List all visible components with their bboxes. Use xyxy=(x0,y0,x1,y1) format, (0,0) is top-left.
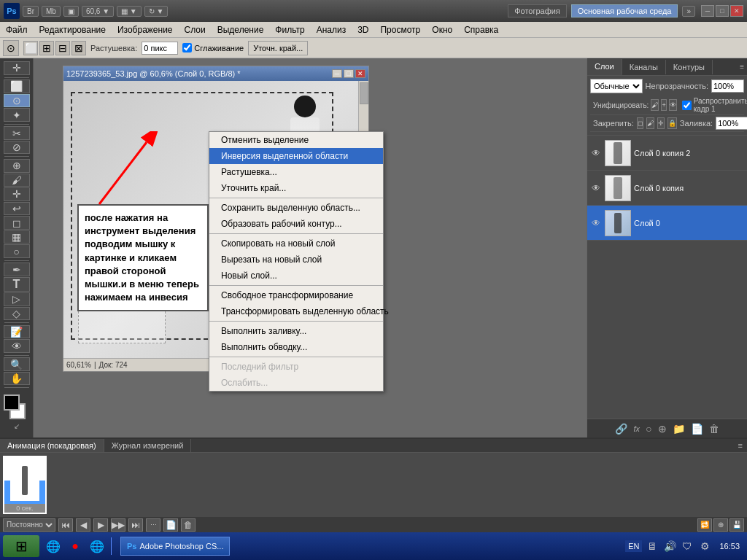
gradient-tool[interactable]: ▦ xyxy=(4,230,30,244)
adj-icon[interactable]: ⊕ xyxy=(658,423,667,435)
maximize-btn[interactable]: □ xyxy=(716,5,729,17)
panel-menu-arrow[interactable]: ≡ xyxy=(737,63,747,71)
shape-tool[interactable]: ◇ xyxy=(4,307,30,321)
delete-layer-icon[interactable]: 🗑 xyxy=(709,423,719,435)
menu-layers[interactable]: Слои xyxy=(179,23,212,36)
lock-position-icon[interactable]: ✛ xyxy=(657,117,665,129)
ctx-save-selection[interactable]: Сохранить выделенную область... xyxy=(209,200,383,216)
menu-edit[interactable]: Редактирование xyxy=(34,23,112,36)
clone-tool[interactable]: ✛ xyxy=(4,187,30,201)
quick-ie-btn[interactable]: 🌐 xyxy=(44,537,63,556)
menu-select[interactable]: Выделение xyxy=(212,23,270,36)
last-frame-btn[interactable]: ⏭ xyxy=(128,518,143,532)
tab-animation[interactable]: Анимация (покадровая) xyxy=(0,439,104,452)
prev-frame-btn[interactable]: ◀ xyxy=(76,518,90,532)
menu-window[interactable]: Окно xyxy=(426,23,458,36)
feather-input[interactable] xyxy=(142,42,178,55)
refine-edge-btn[interactable]: Уточн. край... xyxy=(248,41,308,55)
layer-item-copy[interactable]: 👁 Слой 0 копия xyxy=(587,171,747,206)
unify-visibility-icon[interactable]: 👁 xyxy=(669,99,677,111)
history-brush-tool[interactable]: ↩ xyxy=(4,202,30,216)
taskbar-settings-icon[interactable]: ⚙ xyxy=(697,539,712,553)
type-tool[interactable]: T xyxy=(4,277,30,292)
unify-paint-icon[interactable]: 🖌 xyxy=(651,99,659,111)
fx-icon[interactable]: fx xyxy=(633,424,640,433)
doc-close-btn[interactable]: ✕ xyxy=(355,69,365,78)
menu-image[interactable]: Изображение xyxy=(112,23,179,36)
ctx-cut-new-layer[interactable]: Вырезать на новый слой xyxy=(209,252,383,268)
lock-paint-icon[interactable]: 🖌 xyxy=(646,117,654,129)
ctx-new-layer[interactable]: Новый слой... xyxy=(209,268,383,284)
minibr-btn[interactable]: Mb xyxy=(42,6,61,17)
doc-minimize-btn[interactable]: ─ xyxy=(332,69,342,78)
new-sel-btn[interactable]: ⬜ xyxy=(23,41,38,55)
view-btn[interactable]: ▦ ▼ xyxy=(117,6,142,17)
delete-frame-btn[interactable]: 🗑 xyxy=(181,518,196,532)
play-btn[interactable]: ▶ xyxy=(93,518,108,532)
layer-visibility-0[interactable]: 👁 xyxy=(590,217,602,229)
spot-heal-tool[interactable]: ⊕ xyxy=(4,159,30,173)
link-icon[interactable]: 🔗 xyxy=(615,423,627,435)
first-frame-btn[interactable]: ⏮ xyxy=(58,518,73,532)
lock-all-icon[interactable]: 🔒 xyxy=(667,117,677,129)
arrange-btn[interactable]: ▣ xyxy=(63,6,79,17)
menu-analyze[interactable]: Анализ xyxy=(311,23,352,36)
language-indicator[interactable]: EN xyxy=(625,540,642,552)
minimize-btn[interactable]: ─ xyxy=(701,5,714,17)
quick-ie2-btn[interactable]: 🌐 xyxy=(88,537,107,556)
workspace-arrow[interactable]: » xyxy=(682,6,695,17)
scrollbar-thumb[interactable] xyxy=(360,82,368,104)
doc-maximize-btn[interactable]: □ xyxy=(344,69,354,78)
menu-filter[interactable]: Фильтр xyxy=(269,23,310,36)
layer-item-0[interactable]: 👁 Слой 0 xyxy=(587,206,747,241)
blend-mode-select[interactable]: Обычные xyxy=(590,79,643,93)
lock-transparent-icon[interactable]: ◻ xyxy=(637,117,643,129)
rotate-btn[interactable]: ↻ ▼ xyxy=(144,6,169,17)
tab-measurement[interactable]: Журнал измерений xyxy=(104,439,192,452)
unify-position-icon[interactable]: + xyxy=(661,99,666,111)
eyedropper-tool[interactable]: ⊘ xyxy=(4,141,30,155)
anim-extra-3[interactable]: 💾 xyxy=(729,518,744,532)
opacity-input[interactable] xyxy=(711,79,744,93)
bridge-btn[interactable]: Br xyxy=(23,6,39,17)
mask-icon[interactable]: ○ xyxy=(646,423,651,435)
tab-paths[interactable]: Контуры xyxy=(666,60,713,74)
ctx-invert-selection[interactable]: Инверсия выделенной области xyxy=(209,148,383,164)
anim-extra-2[interactable]: ⊕ xyxy=(713,518,728,532)
anim-frame-1[interactable]: 0 сек. xyxy=(3,456,47,514)
ctx-refine-edge[interactable]: Уточнить край... xyxy=(209,180,383,196)
pen-tool[interactable]: ✒ xyxy=(4,262,30,276)
eraser-tool[interactable]: ◻ xyxy=(4,216,30,230)
lasso-tool[interactable]: ⊙ xyxy=(4,94,30,108)
main-workspace-btn[interactable]: Основная рабочая среда xyxy=(571,4,678,18)
menu-view[interactable]: Просмотр xyxy=(374,23,426,36)
eyecount-tool[interactable]: 👁 xyxy=(4,339,30,353)
tab-channels[interactable]: Каналы xyxy=(622,60,666,74)
menu-help[interactable]: Справка xyxy=(458,23,504,36)
start-button[interactable]: ⊞ xyxy=(3,535,39,557)
sub-sel-btn[interactable]: ⊟ xyxy=(55,41,70,55)
taskbar-photoshop[interactable]: Ps Adobe Photoshop CS... xyxy=(120,537,230,556)
tween-btn[interactable]: ⋯ xyxy=(146,518,160,532)
reset-colors[interactable]: ↙ xyxy=(14,422,20,430)
layer-visibility-copy[interactable]: 👁 xyxy=(590,182,602,194)
magic-wand-tool[interactable]: ✦ xyxy=(4,108,30,122)
marquee-tool[interactable]: ⬜ xyxy=(4,79,30,93)
propagate-checkbox[interactable] xyxy=(682,101,692,110)
hand-tool[interactable]: ✋ xyxy=(4,372,30,386)
ctx-stroke[interactable]: Выполнить обводку... xyxy=(209,339,383,355)
tab-layers[interactable]: Слои xyxy=(587,59,622,75)
notes-tool[interactable]: 📝 xyxy=(4,325,30,339)
brush-tool[interactable]: 🖌 xyxy=(4,174,30,187)
dodge-tool[interactable]: ○ xyxy=(4,244,30,258)
path-sel-tool[interactable]: ▷ xyxy=(4,292,30,306)
new-layer-icon[interactable]: 📄 xyxy=(691,423,703,435)
ctx-feather[interactable]: Растушевка... xyxy=(209,164,383,180)
fill-input[interactable] xyxy=(716,117,747,130)
loop-select[interactable]: Постоянно xyxy=(3,518,55,532)
ctx-cancel-selection[interactable]: Отменить выделение xyxy=(209,132,383,148)
ctx-copy-new-layer[interactable]: Скопировать на новый слой xyxy=(209,236,383,252)
anim-panel-menu[interactable]: ≡ xyxy=(734,441,747,450)
ctx-free-transform[interactable]: Свободное трансформирование xyxy=(209,287,383,303)
smooth-checkbox[interactable] xyxy=(182,43,192,52)
